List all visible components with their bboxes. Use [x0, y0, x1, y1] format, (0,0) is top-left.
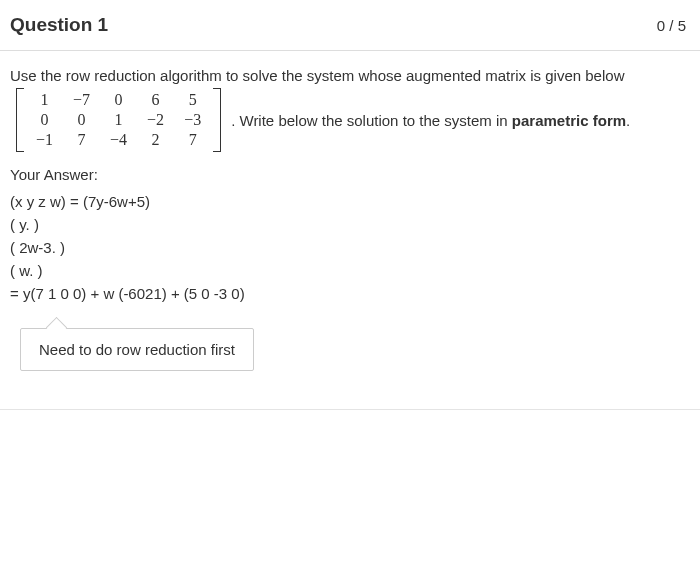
question-header: Question 1 0 / 5 [0, 0, 700, 51]
feedback-box: Need to do row reduction first [20, 328, 254, 371]
matrix-cell: 5 [174, 90, 211, 110]
matrix-cell: −4 [100, 130, 137, 150]
matrix-cell: 6 [137, 90, 174, 110]
matrix-cell: 1 [100, 110, 137, 130]
matrix-cell: 2 [137, 130, 174, 150]
matrix-row-1: 1 −7 0 6 5 [26, 90, 211, 110]
your-answer-label: Your Answer: [10, 166, 690, 183]
question-score: 0 / 5 [657, 17, 690, 34]
question-body: Use the row reduction algorithm to solve… [0, 51, 700, 391]
answer-line: = y(7 1 0 0) + w (-6021) + (5 0 -3 0) [10, 285, 690, 302]
matrix-cell: −2 [137, 110, 174, 130]
matrix-cell: 7 [63, 130, 100, 150]
answer-line: ( 2w-3. ) [10, 239, 690, 256]
divider [0, 409, 700, 410]
answer-line: (x y z w) = (7y-6w+5) [10, 193, 690, 210]
prompt-tail: . [626, 112, 630, 129]
student-answer: (x y z w) = (7y-6w+5) ( y. ) ( 2w-3. ) (… [10, 193, 690, 302]
matrix-cell: −7 [63, 90, 100, 110]
matrix-cell: 0 [63, 110, 100, 130]
question-title: Question 1 [10, 14, 108, 36]
prompt-continuation: . Write below the solution to the system… [231, 112, 630, 129]
prompt-text: . Write below the solution to the system… [231, 112, 512, 129]
matrix-cell: −1 [26, 130, 63, 150]
feedback-container: Need to do row reduction first [10, 328, 690, 371]
augmented-matrix: 1 −7 0 6 5 0 0 1 −2 −3 −1 [16, 88, 221, 152]
matrix-cell: 0 [100, 90, 137, 110]
matrix-row: 1 −7 0 6 5 0 0 1 −2 −3 −1 [10, 88, 690, 152]
matrix-cell: 1 [26, 90, 63, 110]
answer-line: ( w. ) [10, 262, 690, 279]
matrix-cell: 0 [26, 110, 63, 130]
matrix-cell: 7 [174, 130, 211, 150]
answer-line: ( y. ) [10, 216, 690, 233]
matrix-cell: −3 [174, 110, 211, 130]
prompt-bold: parametric form [512, 112, 626, 129]
matrix-row-2: 0 0 1 −2 −3 [26, 110, 211, 130]
matrix-row-3: −1 7 −4 2 7 [26, 130, 211, 150]
question-prompt: Use the row reduction algorithm to solve… [10, 67, 690, 84]
